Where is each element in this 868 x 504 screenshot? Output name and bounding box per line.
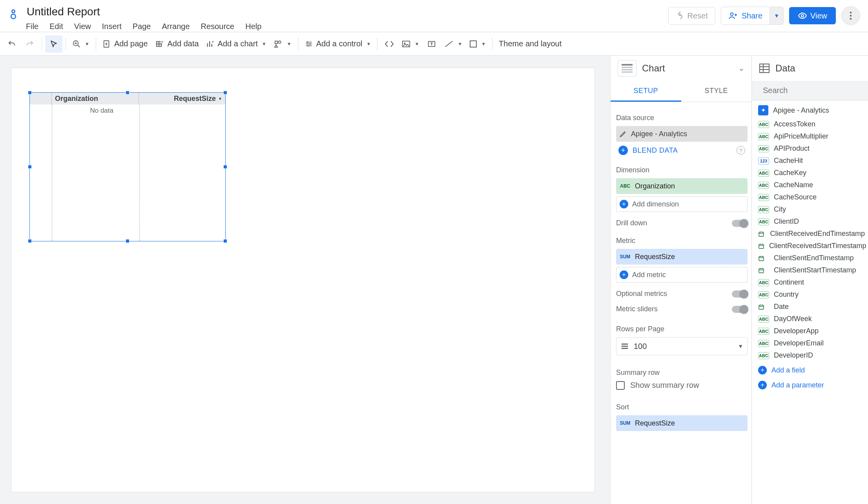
data-source-label: Data source [616, 114, 748, 122]
select-tool[interactable] [45, 35, 62, 53]
menu-page[interactable]: Page [133, 22, 151, 31]
help-icon[interactable]: ? [737, 146, 745, 155]
theme-layout-button[interactable]: Theme and layout [496, 35, 565, 53]
canvas-area[interactable]: Organization RequestSize▼ No data [0, 56, 610, 504]
tab-setup[interactable]: SETUP [611, 81, 681, 102]
field-item[interactable]: ABCContinent [758, 278, 865, 287]
data-source-chip[interactable]: Apigee - Analytics [616, 126, 748, 142]
tab-style[interactable]: STYLE [681, 81, 752, 102]
svg-rect-22 [622, 67, 633, 68]
field-item[interactable]: ABCApiPriceMultiplier [758, 132, 865, 141]
more-options-button[interactable] [841, 6, 860, 25]
menu-insert[interactable]: Insert [102, 22, 122, 31]
show-summary-checkbox[interactable] [616, 381, 625, 390]
svg-rect-20 [470, 41, 476, 47]
add-control-button[interactable]: Add a control▼ [301, 35, 374, 53]
svg-point-15 [310, 43, 311, 45]
field-item[interactable]: ABCDeveloperID [758, 351, 865, 360]
dimension-chip[interactable]: ABCOrganization [616, 178, 748, 194]
menu-view[interactable]: View [74, 22, 91, 31]
chart-type-dropdown[interactable]: ⌄ [739, 64, 744, 73]
field-item[interactable]: ABCDeveloperEmail [758, 339, 865, 347]
field-item[interactable]: 123CacheHit [758, 157, 865, 165]
add-data-button[interactable]: Add data [152, 35, 202, 53]
field-item[interactable]: ClientReceivedEndTimestamp [758, 230, 865, 238]
optional-metrics-toggle[interactable] [732, 290, 748, 298]
field-item[interactable]: Date [758, 303, 865, 311]
toolbar: ▼ Add page Add data Add a chart▼ ▼ Add a… [0, 32, 868, 56]
svg-rect-12 [275, 41, 277, 43]
view-button[interactable]: View [789, 7, 836, 24]
page-plus-icon [102, 40, 111, 48]
add-parameter-button[interactable]: +Add a parameter [758, 381, 865, 389]
metric-sliders-label: Metric sliders [616, 305, 658, 313]
sort-chip[interactable]: SUMRequestSize [616, 415, 748, 431]
menu-arrange[interactable]: Arrange [162, 22, 190, 31]
menu-help[interactable]: Help [245, 22, 261, 31]
svg-rect-28 [759, 244, 764, 248]
svg-rect-24 [622, 71, 633, 73]
field-item[interactable]: ABCCacheSource [758, 193, 865, 201]
zoom-button[interactable]: ▼ [69, 35, 93, 53]
svg-point-6 [850, 18, 852, 20]
field-item[interactable]: ClientReceivedStartTimestamp [758, 242, 865, 250]
field-item[interactable]: ABCCacheName [758, 181, 865, 189]
drill-down-toggle[interactable] [732, 220, 748, 227]
column-requestsize[interactable]: RequestSize▼ [139, 95, 225, 103]
no-data-label: No data [90, 107, 113, 115]
header: Untitled Report File Edit View Insert Pa… [0, 0, 868, 32]
field-item[interactable]: ClientSentStartTimestamp [758, 266, 865, 274]
more-vert-icon [850, 11, 852, 20]
chart-panel: Chart ⌄ SETUP STYLE Data source Apigee -… [611, 56, 752, 504]
metric-chip[interactable]: SUMRequestSize [616, 249, 748, 265]
reset-button[interactable]: Reset [668, 7, 715, 25]
field-item[interactable]: ABCClientID [758, 217, 865, 226]
share-button[interactable]: Share [721, 7, 770, 25]
data-panel-title: Data [775, 63, 861, 74]
field-item[interactable]: ABCCountry [758, 290, 865, 299]
database-plus-icon [155, 40, 164, 48]
field-item[interactable]: ClientSentEndTimestamp [758, 254, 865, 262]
add-page-button[interactable]: Add page [99, 35, 151, 53]
redo-button[interactable] [21, 35, 38, 53]
field-item[interactable]: ABCDeveloperApp [758, 327, 865, 335]
table-icon [618, 60, 636, 77]
rows-per-page-select[interactable]: 100▼ [616, 337, 748, 355]
list-icon [620, 342, 629, 350]
add-field-button[interactable]: +Add a field [758, 366, 865, 374]
menu-file[interactable]: File [26, 22, 38, 31]
image-button[interactable]: ▼ [399, 35, 422, 53]
menu-resource[interactable]: Resource [201, 22, 235, 31]
share-dropdown[interactable]: ▼ [770, 7, 784, 25]
embed-button[interactable] [381, 35, 398, 53]
shape-button[interactable]: ▼ [466, 35, 489, 53]
field-item[interactable]: ABCCacheKey [758, 169, 865, 177]
field-item[interactable]: ABCDayOfWeek [758, 315, 865, 323]
blend-data-button[interactable]: +BLEND DATA ? [616, 146, 748, 155]
svg-point-4 [850, 12, 852, 13]
undo-icon [676, 11, 684, 20]
add-dimension-button[interactable]: +Add dimension [616, 196, 748, 212]
field-item[interactable]: ABCAPIProduct [758, 144, 865, 153]
svg-rect-23 [622, 69, 633, 70]
add-metric-button[interactable]: +Add metric [616, 267, 748, 283]
line-button[interactable]: ▼ [441, 35, 465, 53]
menu-edit[interactable]: Edit [49, 22, 63, 31]
report-title[interactable]: Untitled Report [25, 5, 668, 19]
metric-sliders-toggle[interactable] [732, 306, 748, 313]
text-button[interactable] [423, 35, 440, 53]
menu-bar: File Edit View Insert Page Arrange Resou… [25, 22, 668, 31]
undo-button[interactable] [3, 35, 20, 53]
field-item[interactable]: ABCAccessToken [758, 120, 865, 128]
table-chart[interactable]: Organization RequestSize▼ No data [29, 92, 226, 241]
search-input[interactable] [763, 86, 862, 95]
svg-rect-31 [759, 305, 764, 309]
data-source-item[interactable]: ✦ Apigee - Analytics [752, 100, 868, 120]
dimension-label: Dimension [616, 166, 748, 174]
community-visualizations-button[interactable]: ▼ [270, 35, 295, 53]
chart-panel-title: Chart [642, 63, 733, 74]
looker-studio-logo[interactable] [5, 6, 21, 22]
add-chart-button[interactable]: Add a chart▼ [203, 35, 270, 53]
field-item[interactable]: ABCCity [758, 205, 865, 214]
svg-point-2 [730, 13, 733, 16]
